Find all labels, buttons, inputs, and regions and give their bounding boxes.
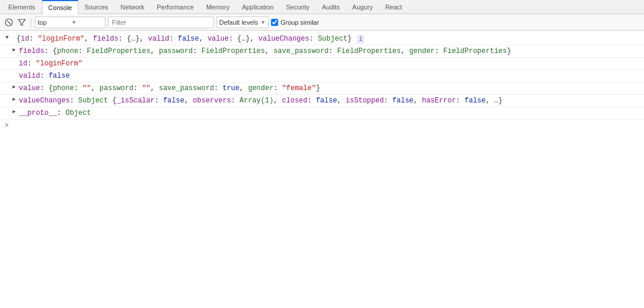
prompt-chevron-icon: > (5, 121, 9, 131)
proto-arrow-icon[interactable]: ▶ (11, 108, 18, 117)
expand-arrow-icon[interactable]: ▼ (4, 34, 11, 42)
console-prompt[interactable]: > (0, 120, 644, 132)
console-main-object[interactable]: ▼ {id: "loginForm", fields: {…}, valid: … (0, 33, 644, 45)
console-valid-line: valid: false (0, 70, 644, 82)
tab-performance[interactable]: Performance (151, 0, 200, 14)
tab-augury[interactable]: Augury (346, 0, 379, 14)
console-fields-line[interactable]: ▶ fields: {phone: FieldProperties, passw… (0, 45, 644, 58)
object-badge: i (357, 35, 364, 44)
group-similar-label[interactable]: Group similar (271, 19, 319, 26)
clear-console-icon[interactable] (4, 17, 14, 28)
toolbar-divider-1 (31, 18, 31, 27)
console-toolbar: top ▼ Default levels ▼ Group similar (0, 14, 644, 31)
tab-security[interactable]: Security (280, 0, 316, 14)
console-output: ▼ {id: "loginForm", fields: {…}, valid: … (0, 31, 644, 134)
tab-elements[interactable]: Elements (2, 0, 42, 14)
console-valuechanges-line[interactable]: ▶ valueChanges: Subject {_isScalar: fals… (0, 95, 644, 107)
tab-network[interactable]: Network (115, 0, 151, 14)
tab-console[interactable]: Console (42, 0, 78, 14)
filter-icon[interactable] (16, 17, 27, 28)
value-arrow-icon[interactable]: ▶ (11, 84, 18, 92)
tab-audits[interactable]: Audits (316, 0, 346, 14)
filter-input[interactable] (108, 16, 214, 28)
tab-sources[interactable]: Sources (78, 0, 114, 14)
levels-selector[interactable]: Default levels ▼ (216, 16, 269, 28)
console-id-line: id: "loginForm" (0, 58, 644, 70)
svg-line-1 (7, 21, 11, 24)
tab-memory[interactable]: Memory (200, 0, 236, 14)
levels-arrow-icon: ▼ (260, 19, 266, 25)
context-arrow-icon: ▼ (71, 19, 103, 25)
console-proto-line[interactable]: ▶ __proto__: Object (0, 107, 644, 120)
tab-react[interactable]: React (379, 0, 409, 14)
tab-application[interactable]: Application (236, 0, 280, 14)
context-selector[interactable]: top ▼ (35, 16, 105, 28)
console-value-line[interactable]: ▶ value: {phone: "", password: "", save_… (0, 82, 644, 95)
valuechanges-arrow-icon[interactable]: ▶ (11, 96, 18, 104)
svg-marker-2 (18, 19, 25, 25)
fields-arrow-icon[interactable]: ▶ (11, 47, 18, 55)
tab-bar: Elements Console Sources Network Perform… (0, 0, 644, 14)
group-similar-checkbox[interactable] (271, 19, 278, 26)
